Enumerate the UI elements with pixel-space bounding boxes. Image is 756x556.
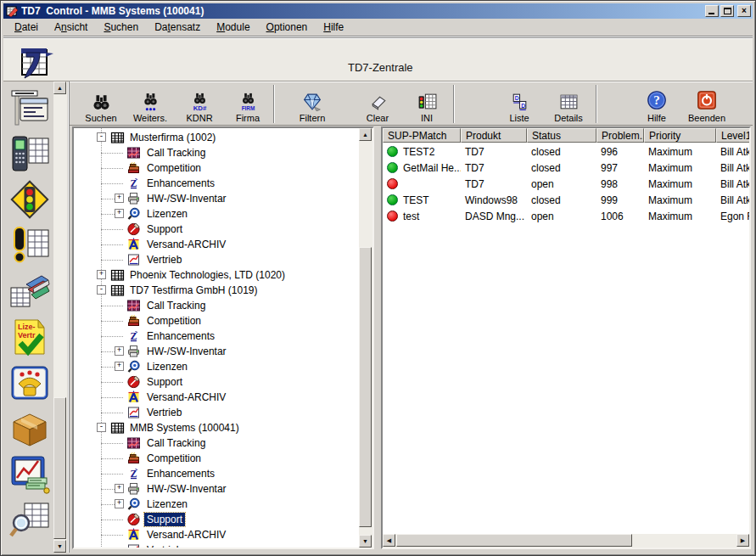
clear-button[interactable]: Clear [353,86,402,123]
tree-item-row[interactable]: Versand-ARCHIV [74,527,359,542]
expand-icon[interactable]: + [115,362,124,371]
tree-scrollbar-thumb[interactable] [359,247,372,527]
sidebar-item-chart-money[interactable] [9,455,50,494]
expand-icon[interactable]: + [97,270,106,279]
table-row[interactable]: TEST2TD7closed996MaximumBill Atkin [383,143,749,160]
expand-icon[interactable]: + [115,194,124,203]
sidebar-item-overview-board[interactable] [9,88,50,127]
column-header-produkt[interactable]: Produkt [461,128,527,143]
scroll-up-icon[interactable]: ▲ [359,128,372,141]
liste-button[interactable]: DDListe [495,86,544,123]
tree-company-row[interactable]: -MMB Systems (100041) [74,420,359,435]
sidebar-item-traffic-light-sign[interactable] [9,180,50,219]
kdnr-button[interactable]: KD#KDNR [175,86,224,123]
menu-suchen[interactable]: Suchen [96,19,147,36]
menu-hilfe[interactable]: Hilfe [316,19,352,36]
tree-item-row[interactable]: Versand-ARCHIV [74,237,359,252]
tree-item-label[interactable]: HW-/SW-Inventar [144,345,229,358]
tree-item-label[interactable]: Call Tracking [144,299,208,312]
tree-item-label[interactable]: Support [144,513,185,526]
expand-icon[interactable]: + [115,484,124,493]
tree-item-row[interactable]: ZEnhancements [74,329,359,344]
tree-item-row[interactable]: Competition [74,160,359,176]
column-header-level1[interactable]: Level1 [716,128,749,143]
tree-item-label[interactable]: Lizenzen [144,207,190,221]
tree-scrollbar[interactable]: ▲ ▼ [359,128,372,548]
suchen-button[interactable]: Suchen [76,86,126,123]
sidebar-item-lizenz-vertrieb-note[interactable]: Lize-Vertr [9,317,50,357]
tree-company-row[interactable]: +Phoenix Technologies, LTD (1020) [74,267,359,283]
scroll-down-icon[interactable]: ▼ [359,535,372,548]
scroll-left-icon[interactable]: ◀ [383,534,395,547]
title-bar[interactable]: TD7 Control - MMB Systems (100041) × [3,3,753,19]
sidebar-item-search-table[interactable] [9,501,50,540]
tree-item-row[interactable]: Vertrieb [74,542,359,548]
menu-optionen[interactable]: Optionen [259,19,316,36]
table-row[interactable]: testDASD Mng...open1006MaximumEgon Ri [383,208,749,224]
column-header-problem[interactable]: Problem... [596,128,644,143]
tree-item-row[interactable]: Call Tracking [74,145,359,160]
tree-item-row[interactable]: +Lizenzen [74,206,359,222]
tree-item-label[interactable]: Vertrieb [144,406,184,419]
table-row[interactable]: TD7open998MaximumBill Atkin [383,176,749,192]
collapse-icon[interactable]: - [97,285,106,295]
column-header-sup-pmatch[interactable]: SUP-PMatch [383,128,461,143]
tree-item-label[interactable]: Vertrieb [144,543,184,548]
close-button[interactable]: × [737,5,751,17]
tree-company-label[interactable]: Phoenix Technologies, LTD (1020) [127,268,288,282]
firma-button[interactable]: FIRMFirma [223,86,272,123]
sidebar-item-alert-table[interactable] [9,226,50,265]
expand-icon[interactable]: + [115,346,124,356]
tree-item-label[interactable]: Versand-ARCHIV [144,390,228,404]
tree-item-label[interactable]: Versand-ARCHIV [144,238,228,251]
tree-company-label[interactable]: MMB Systems (100041) [127,421,242,435]
tree-company-label[interactable]: Musterfirma (1002) [127,131,218,144]
tree-item-row[interactable]: Versand-ARCHIV [74,390,359,405]
sidebar-scrollbar-thumb[interactable] [53,397,66,539]
tree-item-label[interactable]: Enhancements [144,177,217,190]
sidebar-scrollbar[interactable]: ▲ ▼ [53,81,67,553]
tree-item-label[interactable]: Versand-ARCHIV [144,528,228,542]
tree-item-row[interactable]: +Lizenzen [74,359,359,374]
maximize-button[interactable] [720,5,734,17]
column-header-priority[interactable]: Priority [644,128,716,143]
tree-item-row[interactable]: Support [74,512,359,527]
sidebar-item-books-table[interactable] [9,272,50,311]
tree-item-label[interactable]: Enhancements [144,467,217,480]
tree-item-row[interactable]: +HW-/SW-Inventar [74,344,359,359]
tree-item-label[interactable]: HW-/SW-Inventar [144,192,229,205]
tree-item-row[interactable]: Call Tracking [74,435,359,451]
beenden-button[interactable]: Beenden [682,86,731,123]
tree-item-row[interactable]: Call Tracking [74,298,359,313]
weiters-button[interactable]: Weiters. [126,86,175,123]
tree-item-row[interactable]: Support [74,222,359,237]
table-row[interactable]: GetMail He...TD7closed997MaximumBill Atk… [383,160,749,176]
expand-icon[interactable]: + [115,209,124,218]
tree-item-label[interactable]: HW-/SW-Inventar [144,482,229,496]
tree-company-row[interactable]: -Musterfirma (1002) [74,130,359,145]
ini-button[interactable]: INI [402,86,451,123]
scroll-down-icon[interactable]: ▼ [53,540,66,553]
menu-module[interactable]: Module [209,19,258,36]
tree-company-label[interactable]: TD7 Testfirma GmbH (1019) [127,284,260,297]
sidebar-item-package-box[interactable] [9,409,50,448]
scroll-right-icon[interactable]: ▶ [736,534,749,547]
tree-company-row[interactable]: -TD7 Testfirma GmbH (1019) [74,283,359,298]
results-hscrollbar-thumb[interactable] [396,534,632,547]
tree-item-row[interactable]: +HW-/SW-Inventar [74,191,359,206]
tree-item-label[interactable]: Competition [144,314,204,328]
details-button[interactable]: Details [544,86,593,123]
menu-datei[interactable]: Datei [7,19,47,36]
tree-item-row[interactable]: +HW-/SW-Inventar [74,481,359,497]
tree-item-row[interactable]: Competition [74,451,359,466]
tree-item-label[interactable]: Vertrieb [144,253,184,267]
tree-item-row[interactable]: ZEnhancements [74,466,359,481]
tree-item-row[interactable]: Competition [74,313,359,329]
tree-item-label[interactable]: Support [144,375,185,389]
tree-item-label[interactable]: Call Tracking [144,146,208,160]
tree-item-row[interactable]: +Lizenzen [74,497,359,512]
tree-item-label[interactable]: Lizenzen [144,497,190,511]
tree-item-label[interactable]: Call Tracking [144,436,208,450]
tree-item-row[interactable]: Support [74,374,359,390]
tree-item-label[interactable]: Lizenzen [144,360,190,373]
